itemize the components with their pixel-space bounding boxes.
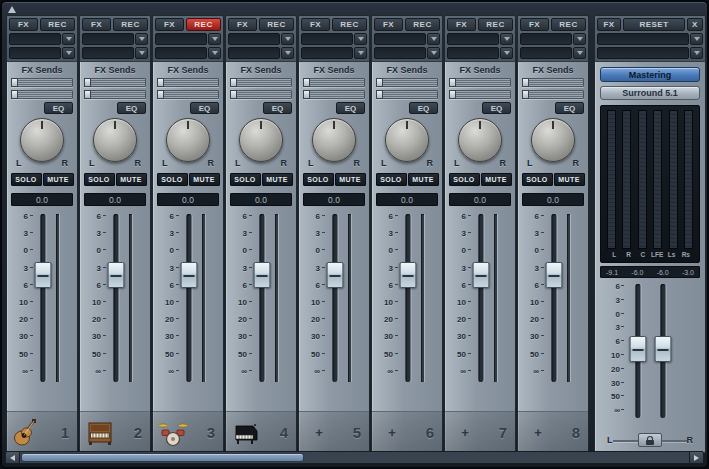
- fader-handle[interactable]: [546, 262, 563, 288]
- fx-slot-dropdown[interactable]: [447, 33, 499, 45]
- pan-knob[interactable]: [312, 118, 356, 162]
- fx-send-handle[interactable]: [303, 78, 310, 87]
- eq-button[interactable]: EQ: [482, 102, 511, 114]
- solo-button[interactable]: SOLO: [449, 173, 480, 186]
- level-value-display[interactable]: 0.0: [84, 193, 146, 206]
- eq-button[interactable]: EQ: [44, 102, 73, 114]
- fx-slot-dropdown[interactable]: [520, 47, 572, 59]
- master-fx-slot-dropdown[interactable]: [597, 33, 689, 45]
- fx-send-slider[interactable]: [376, 78, 438, 87]
- eq-button[interactable]: EQ: [263, 102, 292, 114]
- level-value-display[interactable]: 0.0: [230, 193, 292, 206]
- mute-button[interactable]: MUTE: [189, 173, 220, 186]
- solo-button[interactable]: SOLO: [157, 173, 188, 186]
- fx-slot-dropdown[interactable]: [82, 47, 134, 59]
- eq-button[interactable]: EQ: [409, 102, 438, 114]
- pan-knob[interactable]: [239, 118, 283, 162]
- fader-handle[interactable]: [327, 262, 344, 288]
- fx-send-handle[interactable]: [84, 90, 91, 99]
- chevron-down-icon[interactable]: [427, 33, 440, 45]
- mute-button[interactable]: MUTE: [481, 173, 512, 186]
- pan-knob[interactable]: [166, 118, 210, 162]
- collapse-arrow-icon[interactable]: [8, 6, 16, 13]
- chevron-down-icon[interactable]: [135, 47, 148, 59]
- eq-button[interactable]: EQ: [336, 102, 365, 114]
- fx-send-handle[interactable]: [449, 78, 456, 87]
- pan-knob[interactable]: [531, 118, 575, 162]
- scrollbar-track[interactable]: [20, 452, 689, 463]
- chevron-down-icon[interactable]: [354, 47, 367, 59]
- fx-send-handle[interactable]: [522, 90, 529, 99]
- mastering-button[interactable]: Mastering: [600, 67, 700, 82]
- eq-button[interactable]: EQ: [190, 102, 219, 114]
- master-fader-right[interactable]: [650, 282, 675, 420]
- scrollbar-thumb[interactable]: [21, 453, 304, 462]
- plus-icon[interactable]: +: [375, 415, 409, 451]
- master-fx-button[interactable]: FX: [597, 18, 621, 31]
- mute-button[interactable]: MUTE: [116, 173, 147, 186]
- fx-slot-dropdown[interactable]: [155, 47, 207, 59]
- piano-icon[interactable]: [229, 415, 263, 451]
- fx-send-handle[interactable]: [157, 78, 164, 87]
- fx-send-handle[interactable]: [230, 90, 237, 99]
- fx-slot-dropdown[interactable]: [301, 33, 353, 45]
- fader-handle[interactable]: [108, 262, 125, 288]
- master-fader-left[interactable]: [625, 282, 650, 420]
- scroll-right-arrow[interactable]: [689, 452, 703, 463]
- fx-send-handle[interactable]: [376, 78, 383, 87]
- mute-button[interactable]: MUTE: [43, 173, 74, 186]
- fader-track[interactable]: [34, 212, 52, 384]
- chevron-down-icon[interactable]: [62, 33, 75, 45]
- fx-button[interactable]: FX: [520, 18, 549, 31]
- level-value-display[interactable]: 0.0: [303, 193, 365, 206]
- fx-slot-dropdown[interactable]: [9, 33, 61, 45]
- rec-button[interactable]: REC: [478, 18, 513, 31]
- solo-button[interactable]: SOLO: [303, 173, 334, 186]
- plus-icon[interactable]: +: [302, 415, 336, 451]
- fx-slot-dropdown[interactable]: [447, 47, 499, 59]
- scroll-left-arrow[interactable]: [6, 452, 20, 463]
- chevron-down-icon[interactable]: [281, 47, 294, 59]
- fx-button[interactable]: FX: [301, 18, 330, 31]
- fx-slot-dropdown[interactable]: [520, 33, 572, 45]
- level-value-display[interactable]: 0.0: [376, 193, 438, 206]
- pan-knob[interactable]: [385, 118, 429, 162]
- chevron-down-icon[interactable]: [427, 47, 440, 59]
- fx-send-handle[interactable]: [11, 90, 18, 99]
- fx-send-slider[interactable]: [230, 90, 292, 99]
- fx-send-handle[interactable]: [11, 78, 18, 87]
- master-fx-slot-dropdown[interactable]: [597, 47, 689, 59]
- fader-track[interactable]: [326, 212, 344, 384]
- pan-knob[interactable]: [93, 118, 137, 162]
- rec-button[interactable]: REC: [40, 18, 75, 31]
- drums-icon[interactable]: [156, 415, 190, 451]
- reset-button[interactable]: RESET: [623, 18, 685, 31]
- surround-button[interactable]: Surround 5.1: [600, 86, 700, 100]
- horizontal-scrollbar[interactable]: [5, 451, 704, 464]
- fx-slot-dropdown[interactable]: [374, 33, 426, 45]
- chevron-down-icon[interactable]: [500, 47, 513, 59]
- rec-button[interactable]: REC: [332, 18, 367, 31]
- fx-send-slider[interactable]: [522, 90, 584, 99]
- solo-button[interactable]: SOLO: [376, 173, 407, 186]
- level-value-display[interactable]: 0.0: [157, 193, 219, 206]
- fx-send-slider[interactable]: [449, 78, 511, 87]
- fx-send-slider[interactable]: [522, 78, 584, 87]
- fx-button[interactable]: FX: [82, 18, 111, 31]
- fx-send-slider[interactable]: [11, 78, 73, 87]
- fx-button[interactable]: FX: [228, 18, 257, 31]
- fx-slot-dropdown[interactable]: [9, 47, 61, 59]
- solo-button[interactable]: SOLO: [84, 173, 115, 186]
- solo-button[interactable]: SOLO: [11, 173, 42, 186]
- fx-send-handle[interactable]: [157, 90, 164, 99]
- chevron-down-icon[interactable]: [135, 33, 148, 45]
- solo-button[interactable]: SOLO: [230, 173, 261, 186]
- fx-button[interactable]: FX: [447, 18, 476, 31]
- fx-slot-dropdown[interactable]: [228, 47, 280, 59]
- fader-track[interactable]: [107, 212, 125, 384]
- rec-button[interactable]: REC: [113, 18, 148, 31]
- fx-slot-dropdown[interactable]: [374, 47, 426, 59]
- chevron-down-icon[interactable]: [690, 33, 703, 45]
- fx-send-slider[interactable]: [11, 90, 73, 99]
- mute-button[interactable]: MUTE: [335, 173, 366, 186]
